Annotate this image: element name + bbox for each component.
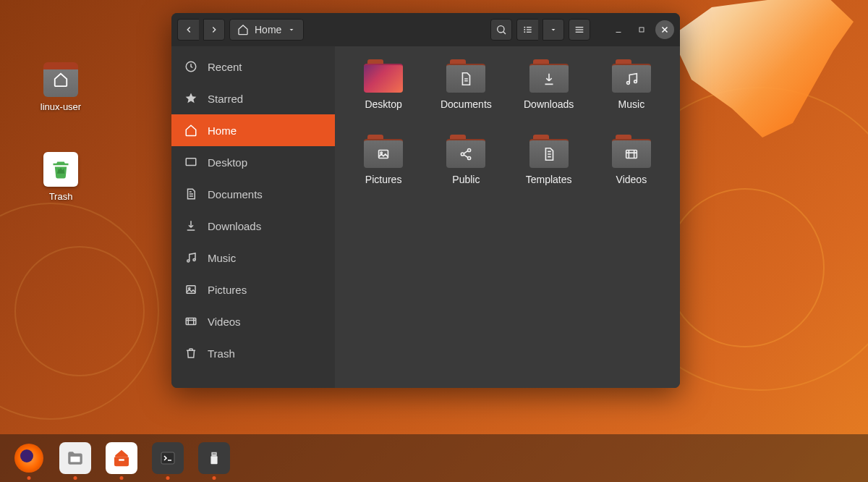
video-icon — [624, 146, 639, 162]
svg-point-22 — [468, 148, 471, 151]
wallpaper-decoration — [651, 0, 854, 138]
folder-item-videos[interactable]: Videos — [590, 135, 673, 207]
view-options-button[interactable] — [542, 19, 564, 41]
search-icon — [495, 24, 507, 35]
sidebar-item-music[interactable]: Music — [171, 242, 335, 274]
picture-icon — [184, 283, 197, 296]
desktop-icon-home-folder[interactable]: linux-user — [32, 62, 90, 112]
window-close-button[interactable] — [655, 20, 674, 39]
software-center-icon — [111, 447, 132, 469]
sidebar-item-label: Documents — [208, 188, 263, 200]
folder-icon — [364, 59, 403, 93]
svg-point-0 — [498, 26, 504, 33]
svg-rect-9 — [576, 32, 584, 33]
wallpaper-decoration — [665, 188, 825, 347]
sidebar-item-label: Recent — [208, 61, 242, 73]
download-icon — [541, 71, 557, 87]
sidebar-item-documents[interactable]: Documents — [171, 178, 335, 210]
nav-back-button[interactable] — [177, 19, 199, 41]
svg-rect-17 — [186, 318, 196, 325]
window-maximize-button[interactable] — [632, 20, 651, 39]
svg-rect-30 — [213, 453, 213, 454]
breadcrumb-location: Home — [255, 24, 281, 35]
folder-item-public[interactable]: Public — [425, 135, 507, 207]
svg-point-1 — [524, 27, 525, 28]
chevron-down-icon — [549, 25, 558, 34]
chevron-down-icon — [287, 25, 296, 34]
folder-label: Downloads — [524, 98, 574, 110]
sidebar-item-pictures[interactable]: Pictures — [171, 274, 335, 305]
folder-label: Templates — [526, 174, 572, 185]
sidebar-item-videos[interactable]: Videos — [171, 305, 335, 337]
folder-label: Public — [452, 174, 480, 185]
maximize-icon — [637, 25, 646, 34]
sidebar-item-recent[interactable]: Recent — [171, 51, 335, 83]
template-icon — [541, 146, 557, 162]
dock-item-files[interactable] — [59, 442, 91, 474]
folder-icon — [446, 135, 485, 168]
sidebar-item-label: Music — [208, 252, 236, 264]
sidebar-item-downloads[interactable]: Downloads — [171, 210, 335, 242]
download-icon — [184, 219, 197, 232]
svg-point-23 — [461, 153, 464, 156]
sidebar-item-label: Starred — [208, 93, 243, 105]
svg-rect-15 — [187, 286, 195, 294]
folder-label: Pictures — [365, 174, 402, 185]
svg-point-14 — [193, 259, 195, 261]
sidebar: Recent Starred Home Desktop Documents Do… — [171, 46, 335, 388]
terminal-icon — [159, 449, 176, 467]
folder-item-music[interactable]: Music — [590, 59, 673, 132]
svg-point-18 — [626, 82, 629, 85]
desktop-icon-label: linux-user — [41, 101, 81, 112]
search-button[interactable] — [490, 19, 512, 41]
dock-item-usb[interactable] — [198, 442, 230, 474]
folder-icon — [446, 59, 485, 93]
wallpaper-decoration — [0, 203, 159, 420]
sidebar-item-home[interactable]: Home — [171, 114, 335, 146]
sidebar-item-starred[interactable]: Starred — [171, 83, 335, 114]
sidebar-item-label: Pictures — [208, 284, 247, 296]
wallpaper-decoration — [14, 246, 145, 376]
share-icon — [458, 146, 474, 162]
folder-item-pictures[interactable]: Pictures — [342, 135, 425, 207]
desktop-icon — [184, 156, 197, 169]
folder-item-documents[interactable]: Documents — [425, 59, 507, 132]
hamburger-menu-button[interactable] — [569, 19, 590, 41]
sidebar-item-desktop[interactable]: Desktop — [171, 146, 335, 178]
desktop-icon-trash[interactable]: Trash — [32, 152, 90, 202]
svg-point-24 — [468, 156, 471, 159]
folder-item-downloads[interactable]: Downloads — [508, 59, 590, 132]
sidebar-item-label: Home — [208, 124, 237, 137]
dock-item-terminal[interactable] — [152, 442, 184, 474]
video-icon — [184, 315, 197, 328]
folder-item-templates[interactable]: Templates — [508, 135, 590, 207]
view-list-button[interactable] — [516, 19, 538, 41]
firefox-icon — [14, 444, 43, 473]
list-icon — [522, 24, 534, 35]
clock-icon — [184, 60, 197, 73]
desktop-icon-label: Trash — [49, 191, 73, 202]
svg-rect-25 — [626, 151, 637, 158]
svg-point-3 — [524, 29, 525, 30]
folder-item-desktop[interactable]: Desktop — [342, 59, 425, 132]
svg-rect-2 — [527, 27, 532, 28]
svg-rect-4 — [527, 29, 532, 30]
folder-icon — [529, 135, 569, 168]
folder-icon — [612, 135, 651, 168]
dock-item-firefox[interactable] — [13, 442, 45, 474]
svg-point-19 — [634, 80, 637, 83]
document-icon — [184, 187, 197, 200]
svg-rect-10 — [639, 28, 644, 32]
dock-item-software[interactable] — [106, 442, 137, 474]
breadcrumb[interactable]: Home — [229, 19, 304, 41]
window-minimize-button[interactable] — [609, 20, 628, 39]
svg-rect-7 — [576, 27, 584, 28]
folder-icon — [529, 59, 569, 93]
sidebar-item-trash[interactable]: Trash — [171, 337, 335, 369]
titlebar: Home — [171, 13, 680, 46]
dock — [0, 434, 868, 482]
sidebar-item-label: Desktop — [208, 156, 247, 169]
folder-label: Documents — [441, 98, 492, 110]
nav-forward-button[interactable] — [203, 19, 225, 41]
music-icon — [624, 71, 639, 87]
